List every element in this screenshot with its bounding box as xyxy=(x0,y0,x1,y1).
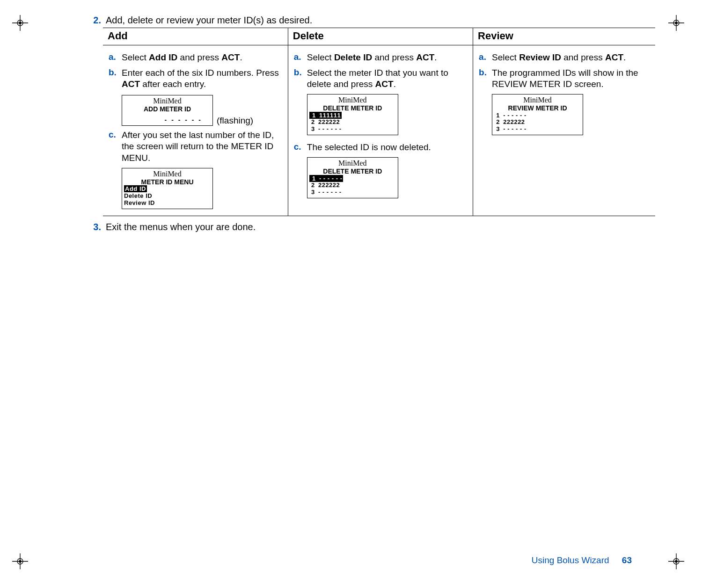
rev-a-text: Select Review ID and press ACT. xyxy=(492,52,651,64)
step-3: 3. Exit the menus when your are done. xyxy=(84,222,636,232)
page-number: 63 xyxy=(622,555,632,565)
step-2: 2. Add, delete or review your meter ID(s… xyxy=(84,15,636,26)
screen-title: METER ID MENU xyxy=(124,178,211,186)
add-a-letter: a. xyxy=(109,52,122,62)
txt: and press xyxy=(177,52,221,62)
review-cell: a. Select Review ID and press ACT. b. Th… xyxy=(473,45,655,216)
reg-mark-bl xyxy=(12,553,28,569)
del-a-text: Select Delete ID and press ACT. xyxy=(307,52,469,64)
txt-bold: ACT xyxy=(416,52,434,62)
screen-brand: MiniMed xyxy=(309,159,396,167)
txt: . xyxy=(434,52,437,62)
txt-bold: ACT xyxy=(221,52,240,62)
row-val: 222222 xyxy=(503,118,525,125)
add-screen-menu: MiniMed METER ID MENU Add ID Delete ID R… xyxy=(122,168,213,209)
row-val: - - - - - - xyxy=(319,175,343,182)
add-a-text: Select Add ID and press ACT. xyxy=(122,52,284,64)
step-3-number: 3. xyxy=(84,222,106,232)
row-val: 222222 xyxy=(318,118,340,125)
txt: after each entry. xyxy=(140,79,206,89)
reg-mark-br xyxy=(668,553,684,569)
screen-dashes: - - - - - - xyxy=(124,116,211,123)
del-b-letter: b. xyxy=(294,67,307,78)
screen-brand: MiniMed xyxy=(124,170,211,178)
rev-b-text: The programmed IDs will show in the REVI… xyxy=(492,67,651,90)
reg-mark-tr xyxy=(668,15,684,31)
add-c-letter: c. xyxy=(109,130,122,140)
screen-title: DELETE METER ID xyxy=(309,104,396,112)
chapter-name: Using Bolus Wizard xyxy=(532,555,609,565)
del-b-text: Select the meter ID that you want to del… xyxy=(307,67,469,90)
screen-row: Review ID xyxy=(124,200,211,207)
txt: Select xyxy=(307,52,334,62)
row-val: - - - - - - xyxy=(503,112,526,119)
screen-title: ADD METER ID xyxy=(124,105,211,113)
row-num: 1 xyxy=(494,112,500,119)
rev-a-letter: a. xyxy=(479,52,492,62)
txt: Select xyxy=(492,52,519,62)
add-b-text: Enter each of the six ID numbers. Press … xyxy=(122,67,284,90)
del-screen-2: MiniMed DELETE METER ID 1 - - - - - - 2 … xyxy=(307,157,398,198)
txt: . xyxy=(623,52,626,62)
col-header-review: Review xyxy=(473,28,655,45)
add-c-text: After you set the last number of the ID,… xyxy=(122,130,284,164)
del-c-letter: c. xyxy=(294,142,307,152)
screen-brand: MiniMed xyxy=(124,97,211,105)
row-num: 3 xyxy=(309,126,315,133)
row-num: 2 xyxy=(309,119,315,126)
screen-row-selected: Add ID xyxy=(124,185,147,192)
row-num: 1 xyxy=(310,112,316,119)
flashing-note: (flashing) xyxy=(217,116,253,126)
txt: and press xyxy=(372,52,416,62)
add-cell: a. Select Add ID and press ACT. b. Enter… xyxy=(103,45,288,216)
screen-title: REVIEW METER ID xyxy=(494,104,581,112)
row-num: 2 xyxy=(494,119,500,126)
screen-brand: MiniMed xyxy=(309,96,396,104)
page-content: 2. Add, delete or review your meter ID(s… xyxy=(84,13,636,234)
txt: Select xyxy=(122,52,149,62)
row-val: 111111 xyxy=(319,112,341,119)
screen-brand: MiniMed xyxy=(494,96,581,104)
row-val: - - - - - - xyxy=(318,125,342,132)
txt-bold: Add ID xyxy=(149,52,177,62)
step-2-text: Add, delete or review your meter ID(s) a… xyxy=(106,15,312,26)
del-c-text: The selected ID is now deleted. xyxy=(307,142,469,153)
del-a-letter: a. xyxy=(294,52,307,62)
row-val: - - - - - - xyxy=(318,189,342,196)
reg-mark-tl xyxy=(12,15,28,31)
row-num: 3 xyxy=(309,189,315,196)
txt: . xyxy=(240,52,242,62)
page-footer: Using Bolus Wizard 63 xyxy=(532,555,632,566)
txt-bold: ACT xyxy=(605,52,623,62)
col-header-add: Add xyxy=(103,28,288,45)
row-num: 2 xyxy=(309,182,315,189)
add-screen-flash-wrap: MiniMed ADD METER ID - - - - - - (flashi… xyxy=(122,95,284,126)
col-header-delete: Delete xyxy=(288,28,473,45)
txt: and press xyxy=(561,52,605,62)
row-val: 222222 xyxy=(318,181,340,189)
txt: Enter each of the six ID numbers. Press xyxy=(122,68,279,78)
instruction-table: Add Delete Review a. Select Add ID and p… xyxy=(103,28,655,216)
txt-bold: Delete ID xyxy=(334,52,372,62)
txt: . xyxy=(394,79,396,89)
rev-screen: MiniMed REVIEW METER ID 1 - - - - - - 2 … xyxy=(492,94,583,135)
txt-bold: Review ID xyxy=(519,52,561,62)
add-screen-addid: MiniMed ADD METER ID - - - - - - xyxy=(122,95,213,126)
add-b-letter: b. xyxy=(109,67,122,78)
screen-title: DELETE METER ID xyxy=(309,167,396,175)
step-2-number: 2. xyxy=(84,15,106,26)
row-num: 3 xyxy=(494,126,500,133)
screen-row: Delete ID xyxy=(124,193,211,200)
txt-bold: ACT xyxy=(122,79,140,89)
txt-bold: ACT xyxy=(375,79,394,89)
del-screen-1: MiniMed DELETE METER ID 1 111111 2 22222… xyxy=(307,94,398,135)
rev-b-letter: b. xyxy=(479,67,492,78)
row-num: 1 xyxy=(310,175,316,182)
step-3-text: Exit the menus when your are done. xyxy=(106,222,256,232)
delete-cell: a. Select Delete ID and press ACT. b. Se… xyxy=(288,45,473,216)
row-val: - - - - - - xyxy=(503,125,526,132)
